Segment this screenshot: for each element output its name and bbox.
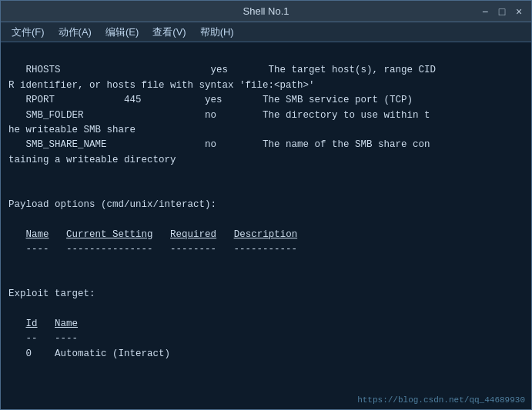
close-button[interactable]: × xyxy=(513,5,525,18)
terminal[interactable]: RHOSTS yes The target host(s), range CID… xyxy=(1,42,531,409)
menu-view[interactable]: 查看(V) xyxy=(146,24,192,41)
menu-help[interactable]: 帮助(H) xyxy=(194,24,240,41)
maximize-button[interactable]: □ xyxy=(496,5,508,18)
watermark: https://blog.csdn.net/qq_44689930 xyxy=(357,395,525,405)
window-title: Shell No.1 xyxy=(53,5,479,17)
title-bar: Shell No.1 − □ × xyxy=(1,1,531,22)
menu-file[interactable]: 文件(F) xyxy=(5,24,51,41)
menu-edit[interactable]: 编辑(E) xyxy=(99,24,145,41)
minimize-button[interactable]: − xyxy=(479,5,491,18)
menu-action[interactable]: 动作(A) xyxy=(52,24,98,41)
terminal-content: RHOSTS yes The target host(s), range CID… xyxy=(8,48,524,409)
menu-bar: 文件(F) 动作(A) 编辑(E) 查看(V) 帮助(H) xyxy=(1,22,531,42)
window-controls: − □ × xyxy=(479,5,525,18)
window: Shell No.1 − □ × 文件(F) 动作(A) 编辑(E) 查看(V)… xyxy=(0,0,532,410)
